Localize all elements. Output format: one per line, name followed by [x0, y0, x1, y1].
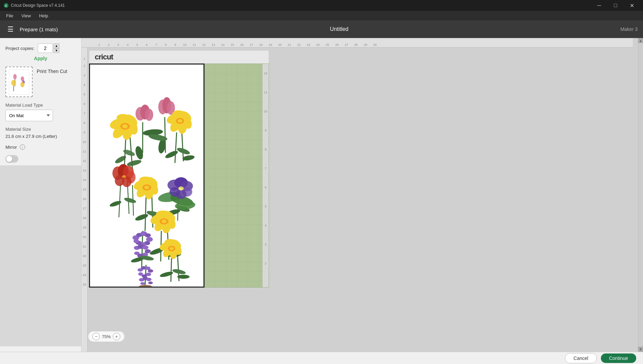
v-tick: 11 [82, 147, 87, 156]
machine-label: Maker 3 [620, 26, 638, 32]
h-tick: 13 [209, 43, 218, 47]
copies-spin-down[interactable]: ▼ [53, 48, 59, 53]
minimize-button[interactable]: ─ [591, 0, 607, 11]
main-layout: Project copies: ▲ ▼ Apply [0, 38, 643, 352]
right-ruler: 12 11 10 9 8 7 6 5 4 3 2 [263, 64, 269, 287]
mats-area[interactable]: cricut [88, 48, 633, 352]
h-tick: 7 [151, 43, 161, 47]
h-tick: 15 [228, 43, 237, 47]
h-tick: 5 [132, 43, 142, 47]
v-tick: 19 [82, 223, 87, 232]
svg-point-52 [124, 197, 137, 204]
v-tick: 15 [82, 185, 87, 194]
ruler-horizontal: 1 2 3 4 5 6 7 8 9 10 11 12 13 14 15 16 1… [82, 38, 633, 48]
svg-line-36 [182, 131, 183, 161]
toggle-knob [6, 156, 12, 162]
scroll-down-arrow[interactable]: ▼ [638, 347, 643, 352]
svg-line-132 [171, 258, 172, 282]
svg-point-89 [145, 233, 151, 237]
svg-point-59 [122, 175, 126, 178]
cancel-button[interactable]: Cancel [565, 353, 597, 363]
material-size-label: Material Size [5, 127, 76, 132]
maximize-button[interactable]: □ [608, 0, 623, 11]
material-load-label: Material Load Type [5, 103, 76, 108]
svg-point-121 [148, 269, 153, 273]
v-tick: 10 [82, 137, 87, 147]
project-copies-row: Project copies: ▲ ▼ [5, 43, 76, 53]
app-icon: C [3, 3, 9, 8]
left-panel-lower [0, 165, 81, 346]
r-tick: 12 [264, 64, 267, 83]
copies-input[interactable] [38, 43, 53, 53]
svg-point-101 [134, 252, 140, 255]
mat-type-label: Print Then Cut [37, 67, 67, 74]
menu-file[interactable]: File [3, 12, 17, 19]
svg-line-85 [142, 231, 143, 268]
v-tick: 22 [82, 251, 87, 261]
svg-point-90 [146, 237, 153, 242]
svg-point-128 [148, 281, 153, 284]
r-tick: 5 [265, 197, 266, 216]
svg-point-3 [13, 74, 17, 79]
svg-point-136 [177, 275, 190, 279]
r-tick: 3 [265, 235, 266, 254]
mirror-info-icon[interactable]: i [20, 144, 25, 150]
scroll-up-arrow[interactable]: ▲ [638, 38, 643, 43]
canvas-area[interactable]: 1 2 3 4 5 6 7 8 9 10 11 12 13 14 15 16 1… [82, 38, 638, 352]
flower-group-2 [164, 109, 195, 163]
title-bar: C Cricut Design Space v7.4.141 ─ □ ✕ [0, 0, 643, 11]
h-tick: 25 [323, 43, 332, 47]
svg-line-73 [145, 197, 146, 231]
v-tick: 3 [82, 71, 87, 80]
apply-button[interactable]: Apply [5, 56, 76, 61]
r-tick: 7 [265, 159, 266, 178]
svg-point-39 [182, 154, 195, 161]
material-load-type-section: Material Load Type On Mat Without Mat [5, 103, 76, 121]
h-tick: 8 [161, 43, 171, 47]
v-tick: 25 [82, 280, 87, 289]
flowers-svg [90, 65, 204, 288]
copies-spin-up[interactable]: ▲ [53, 43, 59, 48]
r-tick: 9 [265, 121, 266, 140]
zoom-out-button[interactable]: − [92, 333, 100, 340]
material-load-dropdown[interactable]: On Mat Without Mat [5, 110, 53, 121]
green-mat-grid [205, 64, 269, 287]
v-tick: 13 [82, 166, 87, 175]
v-tick: 2 [82, 61, 87, 71]
close-button[interactable]: ✕ [624, 0, 640, 11]
left-panel: Project copies: ▲ ▼ Apply [0, 38, 82, 352]
svg-point-22 [122, 124, 128, 128]
zoom-controls: − 75% + [88, 331, 124, 342]
h-tick: 22 [294, 43, 304, 47]
bottom-bar: Cancel Continue [0, 352, 643, 364]
svg-point-97 [142, 245, 148, 250]
mirror-row: Mirror i [5, 144, 76, 150]
menu-help[interactable]: Help [36, 12, 52, 19]
copies-input-wrap: ▲ ▼ [38, 43, 59, 53]
h-tick: 2 [104, 43, 113, 47]
h-tick: 26 [332, 43, 342, 47]
project-title: Untitled [58, 26, 621, 32]
hamburger-button[interactable]: ☰ [5, 24, 16, 34]
mat-section: Print Then Cut [5, 67, 76, 97]
svg-point-129 [140, 282, 145, 285]
svg-point-5 [11, 80, 16, 86]
r-tick: 8 [265, 140, 266, 159]
v-tick: 21 [82, 242, 87, 251]
r-tick: 4 [265, 216, 266, 235]
right-scrollbar[interactable]: ▲ ▼ [638, 38, 643, 352]
app-header: ☰ Prepare (1 mats) Untitled Maker 3 [0, 20, 643, 38]
svg-point-116 [162, 220, 166, 223]
menu-bar: File View Help [0, 11, 643, 20]
zoom-in-button[interactable]: + [113, 333, 120, 340]
h-tick: 29 [361, 43, 370, 47]
continue-button[interactable]: Continue [601, 353, 636, 363]
v-tick: 17 [82, 204, 87, 213]
v-tick: 5 [82, 90, 87, 99]
mirror-toggle[interactable] [5, 155, 18, 163]
green-mat: 12 11 10 9 8 7 6 5 4 3 2 [204, 63, 269, 288]
h-tick: 21 [285, 43, 294, 47]
menu-view[interactable]: View [18, 12, 34, 19]
r-tick: 2 [265, 254, 266, 273]
material-size-value: 21.6 cm x 27.9 cm (Letter) [5, 134, 76, 139]
